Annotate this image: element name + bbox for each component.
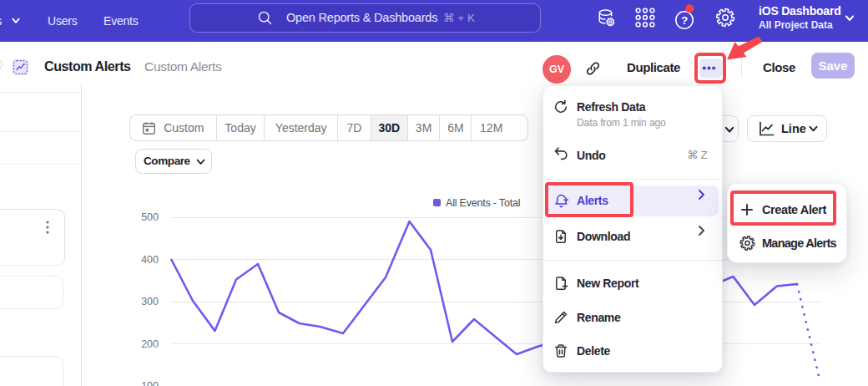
svg-text:?: ? — [681, 14, 688, 27]
